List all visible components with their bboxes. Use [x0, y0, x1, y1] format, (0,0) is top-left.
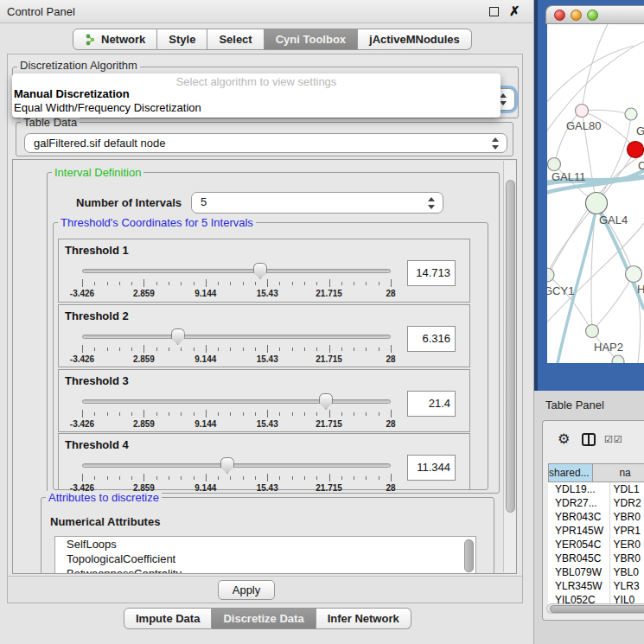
threshold-slider[interactable]: -3.4262.8599.14415.4321.71528 [82, 328, 391, 366]
slider-tick-mark [206, 345, 207, 353]
slider-tick-mark [354, 412, 354, 416]
column-header-name[interactable]: na [593, 463, 644, 482]
cell-shared-name[interactable]: YBR043C [548, 510, 610, 524]
cell-shared-name[interactable]: YDL19... [548, 482, 610, 496]
slider-track[interactable] [82, 269, 391, 273]
cell-shared-name[interactable]: YDR27... [548, 496, 610, 510]
slider-track[interactable] [82, 463, 391, 468]
number-of-intervals-combo[interactable]: 5 [191, 192, 443, 214]
tab-select[interactable]: Select [207, 29, 264, 50]
thresholds-group: Threshold's Coordinates for 5 Intervals … [53, 222, 488, 490]
cell-shared-name[interactable]: YBL079W [548, 565, 610, 579]
minimize-traffic-light-icon[interactable] [571, 10, 582, 21]
list-scrollbar-thumb[interactable] [464, 539, 474, 572]
slider-tick-mark [341, 348, 342, 351]
slider-tick-mark [131, 348, 132, 351]
slider-tick-mark [82, 345, 83, 353]
cell-shared-name[interactable]: YER054C [548, 538, 610, 552]
threshold-label: Threshold 2 [65, 309, 129, 322]
table-panel-section: Table Panel ⚙ ☑☑ shared... na YDL19...YD… [534, 391, 644, 644]
tab-jactivemnodules[interactable]: jActiveMNodules [358, 29, 472, 50]
slider-thumb[interactable] [171, 328, 185, 345]
slider-tick-label: -3.426 [70, 289, 94, 298]
table-row[interactable]: YPR145WYPR1 [548, 524, 644, 538]
tab-style[interactable]: Style [157, 29, 207, 50]
threshold-slider[interactable]: -3.4262.8599.14415.4321.71528 [82, 262, 391, 300]
dropdown-option-equal-width[interactable]: Equal Width/Frequency Discretization [12, 101, 501, 115]
stepper-icon [491, 137, 499, 150]
threshold-slider[interactable]: -3.4262.8599.14415.4321.71528 [82, 392, 391, 430]
interval-definition-group: Interval Definition Number of Intervals … [47, 172, 500, 494]
apply-button[interactable]: Apply [218, 580, 275, 600]
cell-shared-name[interactable]: YBR045C [548, 552, 610, 565]
table-row[interactable]: YLR345WYLR3 [548, 579, 644, 593]
network-canvas[interactable]: GAL80 GA C GAL11 GAL4 GCY1 H HAP2 [547, 24, 644, 363]
tab-network[interactable]: Network [73, 29, 157, 50]
cell-name[interactable]: YDL1 [610, 482, 644, 496]
gear-icon[interactable]: ⚙ [558, 430, 570, 447]
cell-name[interactable]: YBL0 [610, 565, 644, 579]
tab-impute-data[interactable]: Impute Data [124, 608, 212, 629]
slider-thumb[interactable] [319, 393, 333, 410]
threshold-value-field[interactable]: 6.316 [407, 326, 456, 352]
column-header-shared[interactable]: shared... [548, 463, 593, 482]
slider-tick-mark [82, 474, 83, 481]
slider-tick-mark [255, 476, 256, 480]
table-hscrollbar[interactable] [546, 603, 644, 614]
cell-shared-name[interactable]: YPR145W [548, 524, 610, 538]
close-icon[interactable]: ✗ [509, 3, 520, 19]
tab-discretize-data[interactable]: Discretize Data [212, 608, 316, 629]
slider-tick-mark [329, 410, 330, 418]
cell-name[interactable]: YBR0 [610, 552, 644, 565]
dropdown-option-manual[interactable]: Manual Discretization [12, 87, 501, 101]
slider-track[interactable] [82, 335, 391, 339]
list-item[interactable]: SelfLoops [55, 537, 475, 552]
list-item[interactable]: BetweennessCentrality [55, 566, 475, 574]
tab-infer-network[interactable]: Infer Network [316, 608, 411, 629]
cell-name[interactable]: YDR2 [610, 496, 644, 510]
cell-name[interactable]: YPR1 [610, 524, 644, 538]
table-row[interactable]: YDL19...YDL1 [548, 482, 644, 496]
group-title: Interval Definition [52, 166, 143, 179]
table-row[interactable]: YER054CYER0 [548, 538, 644, 552]
group-title: Discretization Algorithm [17, 59, 140, 72]
threshold-value-field[interactable]: 21.4 [407, 391, 456, 417]
threshold-panel: Threshold 1 -3.4262.8599.14415.4321.7152… [58, 239, 470, 303]
threshold-value-field[interactable]: 11.344 [407, 455, 456, 481]
cell-name[interactable]: YBR0 [610, 510, 644, 524]
slider-tick-mark [169, 476, 169, 480]
slider-tick-mark [255, 282, 256, 285]
slider-tick-mark [119, 282, 120, 285]
tab-cyni-toolbox[interactable]: Cyni Toolbox [265, 29, 358, 50]
network-window-titlebar[interactable] [545, 5, 644, 24]
zoom-traffic-light-icon[interactable] [587, 10, 598, 21]
table-row[interactable]: YDR27...YDR2 [548, 496, 644, 510]
scrollbar-thumb[interactable] [550, 605, 644, 613]
slider-thumb[interactable] [253, 263, 267, 279]
scrollbar-thumb[interactable] [506, 180, 515, 513]
cell-name[interactable]: YER0 [610, 538, 644, 552]
table-row[interactable]: YBR045CYBR0 [548, 552, 644, 565]
numerical-attributes-list[interactable]: SelfLoops TopologicalCoefficient Between… [54, 536, 476, 574]
close-traffic-light-icon[interactable] [554, 10, 565, 21]
table-data-combo[interactable]: galFiltered.sif default node [24, 133, 507, 153]
group-title: Attributes to discretize [46, 491, 162, 504]
checkbox-icons[interactable]: ☑☑ [604, 434, 623, 445]
slider-tick-mark [329, 345, 330, 353]
threshold-slider[interactable]: -3.4262.8599.14415.4321.71528 [82, 456, 391, 494]
slider-tick-mark [169, 412, 169, 416]
slider-tick-label: 15.43 [257, 289, 278, 298]
slider-track[interactable] [82, 399, 391, 404]
slider-thumb[interactable] [220, 457, 234, 474]
float-window-icon[interactable] [489, 7, 499, 16]
slider-tick-mark [329, 279, 330, 287]
columns-icon[interactable] [582, 433, 596, 446]
cell-name[interactable]: YLR3 [610, 579, 644, 593]
cell-shared-name[interactable]: YLR345W [548, 579, 610, 593]
settings-scrollbar[interactable] [503, 161, 516, 572]
table-row[interactable]: YBR043CYBR0 [548, 510, 644, 524]
table-row[interactable]: YBL079WYBL0 [548, 565, 644, 579]
threshold-label: Threshold 3 [65, 374, 129, 387]
list-item[interactable]: TopologicalCoefficient [55, 552, 475, 566]
threshold-value-field[interactable]: 14.713 [407, 260, 456, 286]
